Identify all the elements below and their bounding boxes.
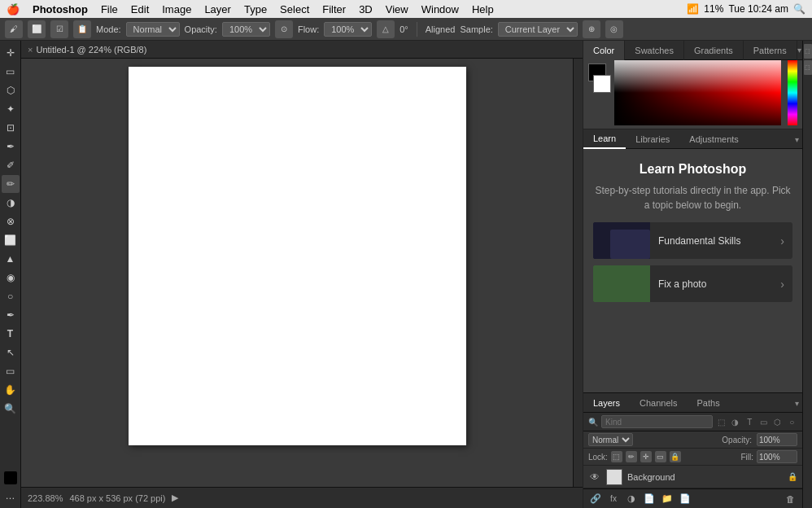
filter-toggle[interactable]: ○ [787, 415, 797, 428]
menu-type[interactable]: Type [238, 3, 273, 15]
foreground-color[interactable] [4, 471, 17, 484]
learn-title: Learn Photoshop [593, 162, 792, 177]
tab-adjustments[interactable]: Adjustments [679, 129, 749, 149]
layer-lock-icon: 🔒 [788, 472, 797, 481]
opacity-input[interactable] [757, 433, 797, 446]
add-layer-button[interactable]: 📄 [678, 492, 692, 506]
mode-select[interactable]: Normal [126, 22, 180, 37]
tab-channels[interactable]: Channels [630, 393, 687, 413]
filter-shape[interactable]: ▭ [758, 415, 769, 428]
lasso-tool[interactable]: ⬡ [2, 81, 20, 99]
menu-edit[interactable]: Edit [124, 3, 155, 15]
tab-learn[interactable]: Learn [583, 129, 626, 149]
background-swatch[interactable] [593, 75, 611, 93]
fx-button[interactable]: fx [606, 492, 621, 506]
menu-select[interactable]: Select [273, 3, 316, 15]
add-mask-button[interactable]: ◑ [624, 492, 639, 506]
lock-transparency[interactable]: ⬚ [611, 451, 622, 462]
tab-libraries[interactable]: Libraries [626, 129, 679, 149]
tab-swatches[interactable]: Swatches [625, 41, 684, 60]
gradient-tool[interactable]: ▲ [2, 250, 20, 268]
layer-row-background[interactable]: 👁 Background 🔒 [583, 466, 802, 488]
menu-3d[interactable]: 3D [352, 3, 379, 15]
menu-layer[interactable]: Layer [198, 3, 238, 15]
tutorial-fix-photo[interactable]: Fix a photo › [593, 265, 792, 302]
tab-paths[interactable]: Paths [688, 393, 730, 413]
pen-tool[interactable]: ✒ [2, 306, 20, 324]
hand-tool[interactable]: ✋ [2, 381, 20, 399]
clone-source[interactable]: 📋 [73, 20, 91, 38]
blur-tool[interactable]: ◉ [2, 269, 20, 287]
menu-window[interactable]: Window [415, 3, 465, 15]
tab-patterns[interactable]: Patterns [744, 41, 797, 60]
filter-adjustment[interactable]: ◑ [730, 415, 740, 428]
panel-tool-2[interactable]: ⬚ [804, 60, 812, 75]
menu-photoshop[interactable]: Photoshop [26, 3, 94, 15]
filter-smart[interactable]: ⬡ [772, 415, 783, 428]
status-arrow[interactable]: ▶ [172, 493, 178, 503]
lock-artboard[interactable]: ▭ [655, 451, 666, 462]
learn-panel-collapse[interactable]: ▾ [791, 129, 802, 149]
canvas-document[interactable] [129, 67, 466, 445]
lock-label: Lock: [588, 453, 608, 462]
menu-file[interactable]: File [94, 3, 124, 15]
tutorial-fundamental-skills[interactable]: Fundamental Skills › [593, 222, 792, 259]
add-adjustment-button[interactable]: 📄 [642, 492, 657, 506]
filter-type[interactable]: T [744, 415, 755, 428]
magic-wand-tool[interactable]: ✦ [2, 100, 20, 118]
shape-tool[interactable]: ▭ [2, 362, 20, 380]
eyedropper-tool[interactable]: ✒ [2, 138, 20, 155]
tab-gradients[interactable]: Gradients [684, 41, 744, 60]
tool-preset-picker[interactable]: 🖌 [5, 20, 23, 38]
color-spectrum[interactable] [614, 60, 781, 125]
brush-tool[interactable]: ✏ [2, 175, 20, 193]
lock-image[interactable]: ✏ [626, 451, 637, 462]
hue-strip[interactable] [788, 60, 797, 125]
menu-view[interactable]: View [379, 3, 415, 15]
layer-visibility-toggle[interactable]: 👁 [588, 471, 601, 483]
layers-search-input[interactable] [601, 415, 713, 428]
link-layers-button[interactable]: 🔗 [588, 492, 603, 506]
airbrush-toggle[interactable]: △ [377, 20, 395, 38]
lock-position[interactable]: ✛ [640, 451, 652, 462]
blend-mode-select[interactable]: Normal [588, 433, 633, 446]
path-select-tool[interactable]: ↖ [2, 344, 20, 361]
tab-layers[interactable]: Layers [583, 393, 630, 413]
brush-toggle[interactable]: ☑ [50, 20, 68, 38]
menu-filter[interactable]: Filter [316, 3, 352, 15]
panel-tool-1[interactable]: ⬚ [804, 44, 812, 59]
type-tool[interactable]: T [2, 325, 20, 343]
fill-input[interactable] [757, 450, 797, 463]
more-tools[interactable]: … [2, 487, 20, 505]
clone-tool[interactable]: ◑ [2, 194, 20, 212]
apple-menu[interactable]: 🍎 [0, 3, 26, 15]
pressure-size[interactable]: ◎ [605, 20, 623, 38]
menu-image[interactable]: Image [155, 3, 198, 15]
delete-layer-button[interactable]: 🗑 [783, 492, 797, 506]
brush-preset[interactable]: ⬜ [28, 20, 46, 38]
menu-help[interactable]: Help [465, 3, 500, 15]
spot-heal-tool[interactable]: ✐ [2, 156, 20, 174]
color-picker-area[interactable] [614, 60, 781, 125]
add-group-button[interactable]: 📁 [660, 492, 674, 506]
history-tool[interactable]: ⊗ [2, 212, 20, 230]
rect-marquee-tool[interactable]: ▭ [2, 63, 20, 81]
flow-select[interactable]: 100% [324, 22, 372, 37]
layers-panel-collapse[interactable]: ▾ [791, 393, 802, 413]
dodge-tool[interactable]: ○ [2, 287, 20, 305]
search-icon[interactable]: 🔍 [793, 3, 805, 15]
pressure-opacity[interactable]: ⊙ [275, 20, 293, 38]
move-tool[interactable]: ✛ [2, 44, 20, 62]
lock-all[interactable]: 🔒 [670, 451, 681, 462]
tab-color[interactable]: Color [583, 41, 625, 60]
tutorial-arrow-fundamental: › [772, 234, 792, 247]
sample-select[interactable]: Current Layer [498, 22, 578, 37]
opacity-select[interactable]: 100% [222, 22, 270, 37]
tab-close-button[interactable]: × [28, 45, 33, 55]
filter-pixel[interactable]: ⬚ [716, 415, 727, 428]
vertical-scrollbar[interactable] [573, 59, 583, 487]
crop-tool[interactable]: ⊡ [2, 119, 20, 137]
eraser-tool[interactable]: ⬜ [2, 231, 20, 249]
zoom-tool[interactable]: 🔍 [2, 400, 20, 418]
sample-allLayers[interactable]: ⊕ [583, 20, 600, 38]
